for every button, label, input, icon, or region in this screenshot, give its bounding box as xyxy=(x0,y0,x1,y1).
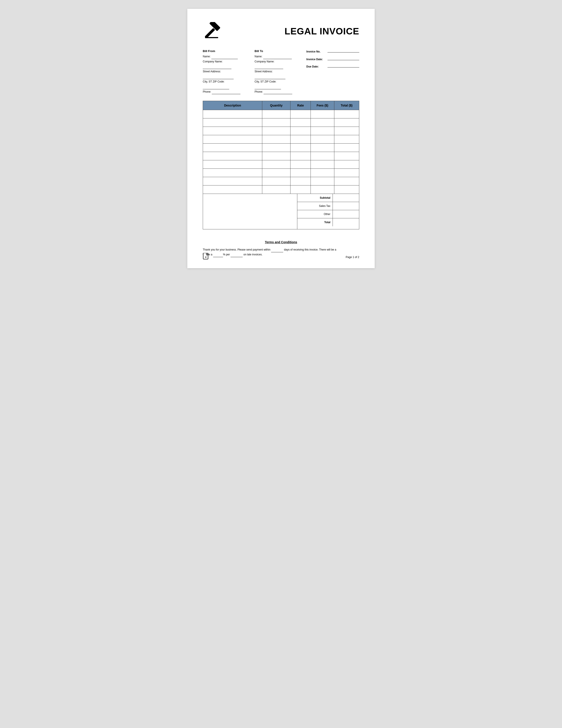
bill-to-company-field[interactable] xyxy=(255,66,283,69)
fees-cell[interactable] xyxy=(311,144,334,152)
fees-cell[interactable] xyxy=(311,152,334,160)
terms-title: Terms and Conditions xyxy=(203,240,359,244)
qty-cell[interactable] xyxy=(262,160,290,169)
total-label: Total xyxy=(297,219,332,226)
qty-cell[interactable] xyxy=(262,110,290,118)
desc-cell[interactable] xyxy=(203,127,262,135)
terms-days-field[interactable] xyxy=(271,249,283,252)
desc-cell[interactable] xyxy=(203,160,262,169)
desc-cell[interactable] xyxy=(203,135,262,144)
fees-cell[interactable] xyxy=(311,169,334,177)
total-cell[interactable] xyxy=(334,118,359,127)
desc-cell[interactable] xyxy=(203,144,262,152)
total-cell[interactable] xyxy=(334,127,359,135)
qty-cell[interactable] xyxy=(262,152,290,160)
desc-cell[interactable] xyxy=(203,152,262,160)
qty-cell[interactable] xyxy=(262,169,290,177)
rate-cell[interactable] xyxy=(290,144,311,152)
total-value[interactable] xyxy=(332,218,359,226)
qty-cell[interactable] xyxy=(262,144,290,152)
page-footer: e Page 1 of 2 xyxy=(203,253,359,262)
bill-from-column: Bill From Name: Company Name: Street Add… xyxy=(203,49,250,94)
rate-cell[interactable] xyxy=(290,110,311,118)
invoice-no-label: Invoice No. xyxy=(306,50,326,53)
terms-text-1: Thank you for your business. Please send… xyxy=(203,248,271,251)
total-cell[interactable] xyxy=(334,185,359,194)
bill-to-phone: Phone: xyxy=(255,89,302,94)
total-cell[interactable] xyxy=(334,135,359,144)
table-row xyxy=(203,160,359,169)
header: LEGAL INVOICE xyxy=(203,22,359,41)
bill-to-city-field[interactable] xyxy=(255,86,281,89)
other-value[interactable] xyxy=(332,210,359,218)
bill-from-street-field[interactable] xyxy=(203,76,234,79)
qty-cell[interactable] xyxy=(262,118,290,127)
total-cell[interactable] xyxy=(334,152,359,160)
rate-cell[interactable] xyxy=(290,118,311,127)
rate-cell[interactable] xyxy=(290,169,311,177)
fees-cell[interactable] xyxy=(311,118,334,127)
invoice-no-field[interactable] xyxy=(327,49,359,52)
bill-from-city-field[interactable] xyxy=(203,86,229,89)
due-date-field[interactable] xyxy=(327,64,359,67)
bill-to-company: Company Name: xyxy=(255,59,302,69)
due-date-row: Due Date: xyxy=(306,64,359,68)
table-row xyxy=(203,152,359,160)
total-cell[interactable] xyxy=(334,177,359,185)
desc-cell[interactable] xyxy=(203,118,262,127)
qty-cell[interactable] xyxy=(262,135,290,144)
other-label: Other xyxy=(297,211,332,217)
sales-tax-row: Sales Tax xyxy=(297,202,359,210)
total-cell[interactable] xyxy=(334,169,359,177)
desc-cell[interactable] xyxy=(203,177,262,185)
other-row: Other xyxy=(297,210,359,218)
table-row xyxy=(203,169,359,177)
fees-cell[interactable] xyxy=(311,127,334,135)
bill-from-name: Name: xyxy=(203,54,250,59)
invoice-date-label: Invoice Date: xyxy=(306,58,326,61)
bill-to-street: Street Address: xyxy=(255,69,302,79)
sales-tax-value[interactable] xyxy=(332,202,359,210)
table-row xyxy=(203,185,359,194)
bill-from-name-field[interactable] xyxy=(211,56,238,59)
col-quantity: Quantity xyxy=(262,101,290,110)
bill-to-label: Bill To xyxy=(255,49,302,53)
total-cell[interactable] xyxy=(334,144,359,152)
fees-cell[interactable] xyxy=(311,177,334,185)
bill-to-phone-field[interactable] xyxy=(264,91,292,94)
bill-to-city: City, ST ZIP Code: xyxy=(255,79,302,89)
qty-cell[interactable] xyxy=(262,177,290,185)
svg-rect-0 xyxy=(209,22,221,31)
rate-cell[interactable] xyxy=(290,127,311,135)
totals-section: Subtotal Sales Tax Other Total xyxy=(203,194,359,229)
invoice-table: Description Quantity Rate Fees ($) Total… xyxy=(203,101,359,194)
qty-cell[interactable] xyxy=(262,185,290,194)
fees-cell[interactable] xyxy=(311,185,334,194)
total-cell[interactable] xyxy=(334,110,359,118)
table-header-row: Description Quantity Rate Fees ($) Total… xyxy=(203,101,359,110)
table-row xyxy=(203,177,359,185)
subtotal-value[interactable] xyxy=(332,194,359,202)
qty-cell[interactable] xyxy=(262,127,290,135)
bill-from-phone-field[interactable] xyxy=(212,91,241,94)
desc-cell[interactable] xyxy=(203,185,262,194)
fees-cell[interactable] xyxy=(311,135,334,144)
bill-to-name-field[interactable] xyxy=(263,56,292,59)
table-row xyxy=(203,135,359,144)
rate-cell[interactable] xyxy=(290,177,311,185)
total-cell[interactable] xyxy=(334,160,359,169)
rate-cell[interactable] xyxy=(290,152,311,160)
subtotal-row: Subtotal xyxy=(297,194,359,202)
rate-cell[interactable] xyxy=(290,135,311,144)
desc-cell[interactable] xyxy=(203,110,262,118)
desc-cell[interactable] xyxy=(203,169,262,177)
bill-to-street-field[interactable] xyxy=(255,76,285,79)
rate-cell[interactable] xyxy=(290,160,311,169)
bill-from-company-field[interactable] xyxy=(203,66,232,69)
invoice-date-field[interactable] xyxy=(327,57,359,60)
table-row xyxy=(203,118,359,127)
rate-cell[interactable] xyxy=(290,185,311,194)
fees-cell[interactable] xyxy=(311,110,334,118)
terms-text-2: days of receiving this invoice. There wi… xyxy=(284,248,336,251)
fees-cell[interactable] xyxy=(311,160,334,169)
